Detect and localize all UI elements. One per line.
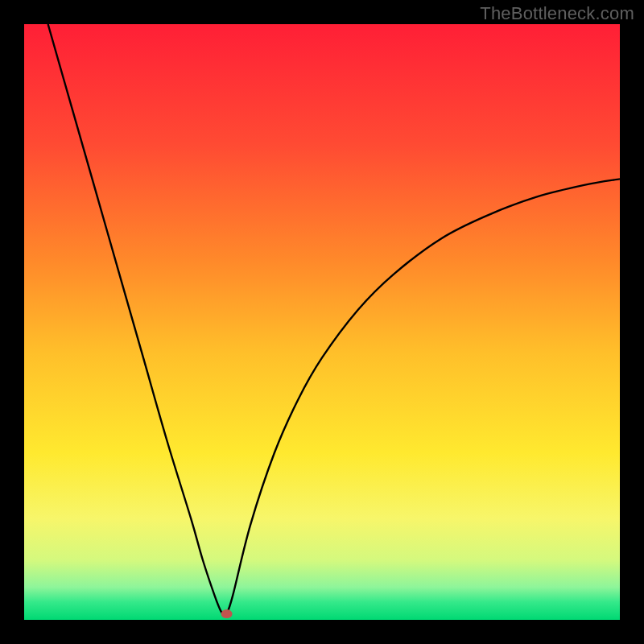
chart-background	[24, 24, 620, 620]
chart-frame: TheBottleneck.com	[0, 0, 644, 644]
chart-plot-area	[24, 24, 620, 620]
chart-svg	[24, 24, 620, 620]
watermark-text: TheBottleneck.com	[480, 3, 634, 24]
bottleneck-marker	[221, 609, 233, 618]
